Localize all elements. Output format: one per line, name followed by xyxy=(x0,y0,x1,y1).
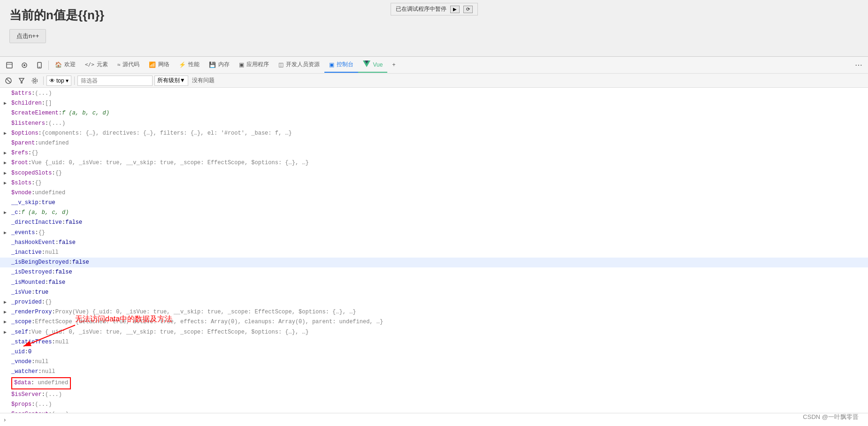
console-line: _isVue: true xyxy=(0,288,868,297)
tab-console[interactable]: ▣ 控制台 xyxy=(324,58,358,73)
elements-icon: </> xyxy=(85,61,94,68)
debug-banner: 已在调试程序中暂停 ▶ ⟳ xyxy=(391,3,478,15)
console-line: $isServer: (...) xyxy=(0,390,868,400)
devtools-tabs-bar: 🏠 欢迎 </> 元素 ≈ 源代码 📶 网络 ⚡ 性能 💾 内存 xyxy=(0,57,868,74)
tab-developer-resources[interactable]: ◫ 开发人员资源 xyxy=(274,58,324,73)
console-line: ▶ $options: {components: {…}, directives… xyxy=(0,129,868,138)
devtools-mobile-icon[interactable] xyxy=(32,58,47,73)
tab-performance[interactable]: ⚡ 性能 xyxy=(174,58,204,73)
console-content[interactable]: $attrs: (...) ▶ $children: [] $createEle… xyxy=(0,88,868,413)
expand-arrow[interactable]: ▶ xyxy=(4,130,7,137)
expand-arrow[interactable]: ▶ xyxy=(4,319,7,326)
tab-memory[interactable]: 💾 内存 xyxy=(204,58,234,73)
page-area: 已在调试程序中暂停 ▶ ⟳ 当前的n值是{{n}} 点击n++ xyxy=(0,0,868,56)
expand-arrow[interactable]: ▶ xyxy=(4,229,7,237)
tab-welcome[interactable]: 🏠 欢迎 xyxy=(50,58,80,73)
console-line: $vnode: undefined xyxy=(0,188,868,198)
tab-sources[interactable]: ≈ 源代码 xyxy=(113,58,145,73)
console-line: _vnode: null xyxy=(0,357,868,367)
console-input-field[interactable] xyxy=(8,417,864,423)
filter-input[interactable] xyxy=(77,76,153,86)
console-line: ▶ $slots: {} xyxy=(0,178,868,188)
settings-button[interactable] xyxy=(29,75,40,86)
console-line: ▶ _provided: {} xyxy=(0,297,868,307)
toolbar-divider-2 xyxy=(74,76,75,85)
tab-elements[interactable]: </> 元素 xyxy=(80,58,113,73)
svg-line-10 xyxy=(7,79,10,83)
resume-button[interactable]: ▶ xyxy=(450,6,460,13)
expand-arrow[interactable]: ▶ xyxy=(4,329,7,336)
step-button[interactable]: ⟳ xyxy=(463,6,473,13)
console-line: ▶ $scopedSlots: {} xyxy=(0,168,868,178)
console-line: $parent: undefined xyxy=(0,138,868,148)
tab-add[interactable]: + xyxy=(387,58,400,73)
devtools-more-button[interactable]: ⋯ xyxy=(851,61,866,69)
sources-icon: ≈ xyxy=(117,61,121,68)
expand-arrow[interactable]: ▶ xyxy=(4,150,7,157)
data-red-box: $data: undefined xyxy=(11,377,71,389)
memory-icon: 💾 xyxy=(209,61,216,68)
svg-point-3 xyxy=(23,64,25,66)
console-line: _hasHookEvent: false xyxy=(0,238,868,248)
console-line: $ssrContext: (...) xyxy=(0,410,868,413)
console-icon: ▣ xyxy=(329,61,334,68)
console-line: _watcher: null xyxy=(0,367,868,377)
chevron-down-icon: ▾ xyxy=(66,77,69,84)
console-line: _isDestroyed: false xyxy=(0,267,868,277)
console-line-highlighted: _isBeingDestroyed: false xyxy=(0,258,868,267)
console-line: $attrs: (...) xyxy=(0,89,868,99)
clear-console-button[interactable] xyxy=(3,75,14,86)
console-line: ▶ _self: Vue {_uid: 0, _isVue: true, __v… xyxy=(0,327,868,337)
devtools-panel: 🏠 欢迎 </> 元素 ≈ 源代码 📶 网络 ⚡ 性能 💾 内存 xyxy=(0,56,868,426)
console-line: __v_skip: true xyxy=(0,198,868,208)
input-arrow-icon: › xyxy=(4,416,6,423)
console-line: ▶ _c: f (a, b, c, d) xyxy=(0,208,868,218)
dev-resources-icon: ◫ xyxy=(278,61,284,68)
debug-banner-text: 已在调试程序中暂停 xyxy=(396,5,446,13)
expand-arrow[interactable]: ▶ xyxy=(4,160,7,167)
console-line: ▶ $root: Vue {_uid: 0, _isVue: true, __v… xyxy=(0,158,868,168)
console-line: _staticTrees: null xyxy=(0,337,868,347)
eye-icon: 👁 xyxy=(49,77,55,84)
svg-rect-0 xyxy=(7,62,12,68)
vue-icon xyxy=(363,61,370,68)
console-line: $props: (...) xyxy=(0,400,868,410)
context-selector[interactable]: 👁 top ▾ xyxy=(46,76,71,86)
svg-point-12 xyxy=(34,79,36,82)
performance-icon: ⚡ xyxy=(179,61,186,68)
issue-label: 没有问题 xyxy=(190,76,216,84)
filter-toggle-button[interactable] xyxy=(16,75,27,86)
csdn-watermark: CSDN @一叶飘零晋 xyxy=(803,413,859,421)
console-line: $listeners: (...) xyxy=(0,119,868,129)
console-line: ▶ _events: {} xyxy=(0,228,868,238)
console-line: _directInactive: false xyxy=(0,218,868,228)
console-line: ▶ _scope: EffectScope {detached: true, a… xyxy=(0,317,868,327)
console-line: _uid: 0 xyxy=(0,347,868,357)
tab-application[interactable]: ▣ 应用程序 xyxy=(234,58,274,73)
toolbar-divider-1 xyxy=(43,76,44,85)
tab-network[interactable]: 📶 网络 xyxy=(144,58,174,73)
expand-arrow[interactable]: ▶ xyxy=(4,100,7,107)
increment-button[interactable]: 点击n++ xyxy=(9,29,46,43)
devtools-inspect-icon[interactable] xyxy=(2,58,17,73)
log-level-selector[interactable]: 所有级别▼ xyxy=(154,76,188,86)
console-line-data: $data: undefined xyxy=(0,377,868,389)
tabs-divider xyxy=(48,61,49,70)
console-input-bar: › xyxy=(0,413,868,426)
console-line: $createElement: f (a, b, c, d) xyxy=(0,108,868,118)
application-icon: ▣ xyxy=(239,61,244,68)
expand-arrow[interactable]: ▶ xyxy=(4,170,7,177)
console-line: _inactive: null xyxy=(0,248,868,258)
expand-arrow[interactable]: ▶ xyxy=(4,299,7,306)
welcome-icon: 🏠 xyxy=(55,61,62,68)
svg-point-13 xyxy=(32,78,38,83)
tab-vue[interactable]: Vue xyxy=(358,58,387,73)
expand-arrow[interactable]: ▶ xyxy=(4,180,7,187)
console-toolbar: 👁 top ▾ 所有级别▼ 没有问题 xyxy=(0,74,868,88)
console-line: ▶ $refs: {} xyxy=(0,148,868,158)
devtools-select-icon[interactable] xyxy=(17,58,32,73)
expand-arrow[interactable]: ▶ xyxy=(4,309,7,316)
expand-arrow[interactable]: ▶ xyxy=(4,209,7,217)
svg-marker-11 xyxy=(19,78,24,83)
console-line: ▶ _renderProxy: Proxy(Vue) {_uid: 0, _is… xyxy=(0,307,868,317)
